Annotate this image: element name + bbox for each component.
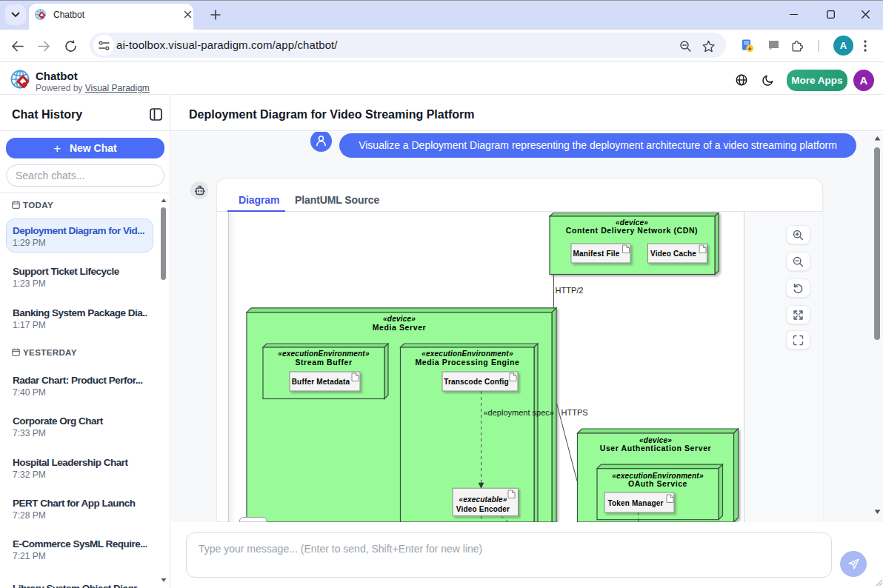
svg-text:Manifest File: Manifest File <box>573 250 619 258</box>
svg-text:HTTP/2: HTTP/2 <box>555 286 583 295</box>
svg-text:«executable»: «executable» <box>459 495 507 504</box>
svg-text:User Authentication Server: User Authentication Server <box>599 444 711 452</box>
svg-text:Media Processing Engine: Media Processing Engine <box>415 358 519 367</box>
svg-text:Buffer Metadata: Buffer Metadata <box>291 378 350 386</box>
svg-text:Transcode Config: Transcode Config <box>444 378 509 386</box>
svg-text:Video Encoder: Video Encoder <box>456 505 509 513</box>
svg-text:«executionEnvironment»: «executionEnvironment» <box>421 350 513 358</box>
svg-text:«executionEnvironment»: «executionEnvironment» <box>612 472 704 480</box>
svg-text:«executionEnvironment»: «executionEnvironment» <box>278 350 370 358</box>
svg-text:Video Cache: Video Cache <box>650 250 696 258</box>
svg-text:OAuth Service: OAuth Service <box>627 479 687 488</box>
svg-text:Token Manager: Token Manager <box>607 499 663 507</box>
svg-text:«deployment spec»: «deployment spec» <box>483 408 553 417</box>
svg-text:Media Server: Media Server <box>372 323 426 332</box>
svg-text:HTTPS: HTTPS <box>561 408 587 417</box>
svg-text:«device»: «device» <box>383 315 416 323</box>
svg-text:Stream Buffer: Stream Buffer <box>295 358 352 367</box>
svg-text:Content Delivery Network (CDN): Content Delivery Network (CDN) <box>565 226 697 235</box>
svg-text:«device»: «device» <box>639 436 672 444</box>
